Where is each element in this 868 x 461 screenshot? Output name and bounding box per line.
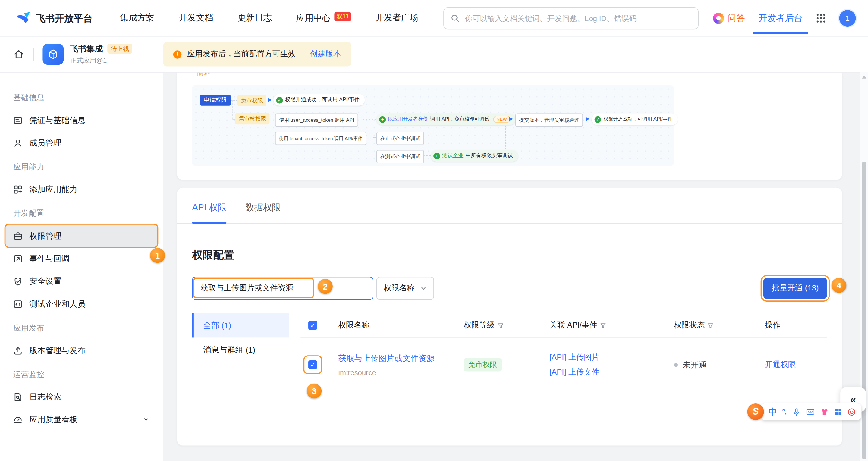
sidebar-item-label: 安全设置 [29,276,61,286]
permission-controls: 权限名称 批量开通 (13) [192,277,827,300]
flow-success-node: ✓ 权限开通成功，可调用 API/事件 [273,94,364,106]
filter-field-dropdown[interactable]: 权限名称 [376,277,434,300]
category-message-group[interactable]: 消息与群组 (1) [192,337,289,362]
api-link-upload-file[interactable]: [API] 上传文件 [550,367,599,377]
plus-icon: + [379,116,386,123]
warning-text: 应用发布后，当前配置方可生效 [187,49,296,59]
permission-scope: im:resource [338,368,376,377]
sidebar-item-test-org[interactable]: 测试企业和人员 [5,293,157,315]
warning-icon: ! [173,50,182,58]
scrollbar-thumb[interactable] [862,161,867,459]
double11-badge: 双11 [335,12,351,21]
open-permission-link[interactable]: 开通权限 [765,360,796,370]
api-link-upload-image[interactable]: [API] 上传图片 [550,352,599,362]
dev-console-link[interactable]: 开发者后台 [758,12,803,24]
navbar-right: 问答 开发者后台 1 [713,10,856,27]
global-search-input[interactable] [464,13,691,23]
nav-integration[interactable]: 集成方案 [120,12,155,24]
ime-mic-icon[interactable] [792,408,801,416]
sidebar-item-label: 权限管理 [29,230,61,241]
section-ops-monitor: 运营监控 [5,362,157,385]
check-icon: ✓ [276,97,283,103]
app-meta: 飞书集成 待上线 正式应用@1 [70,43,132,65]
new-badge: NEW [493,116,510,123]
app-header: 飞书集成 待上线 正式应用@1 ! 应用发布后，当前配置方可生效 创建版本 [0,36,868,72]
dev-identity-link[interactable]: 以应用开发者身份 [388,116,428,123]
qa-icon [713,13,724,24]
permission-flow-card: 概述 申请权限 免审权限 ▶ ✓ 权限开通成功，可调用 API/事件 [177,72,842,180]
permission-search-box[interactable] [192,277,373,300]
global-search-box[interactable] [443,7,699,29]
nav-dev-plaza[interactable]: 开发者广场 [375,12,418,24]
sidebar-item-credentials[interactable]: 凭证与基础信息 [5,109,157,131]
ime-skin-icon[interactable] [820,408,829,416]
permission-search-input[interactable] [199,283,366,293]
permission-name-link[interactable]: 获取与上传图片或文件资源 [338,353,435,363]
status-text: 未开通 [683,360,707,370]
tab-data-permissions[interactable]: 数据权限 [245,202,281,223]
section-basic-info: 基础信息 [5,85,157,109]
row-checkbox[interactable] [308,360,317,369]
col-status: 权限状态 [674,320,705,330]
sidebar-item-version-release[interactable]: 版本管理与发布 [5,339,157,361]
permission-flow-diagram: 申请权限 免审权限 ▶ ✓ 权限开通成功，可调用 API/事件 需审核权限 使用… [192,85,674,166]
flow-connector [423,155,431,156]
col-action: 操作 [765,320,780,330]
flow-success-label: 权限开通成功，可调用 API/事件 [285,96,360,104]
filter-icon[interactable] [708,322,714,329]
sidebar-item-label: 凭证与基础信息 [29,115,85,125]
apps-grid-icon[interactable] [816,13,826,23]
category-all[interactable]: 全部 (1) [192,313,289,338]
ime-emoji-icon[interactable] [847,408,856,416]
flow-user-token-node: 使用 user_access_token 调用 API [275,114,358,127]
ime-keyboard-icon[interactable] [806,407,815,416]
shield-icon [13,276,23,286]
sidebar-item-events[interactable]: 事件与回调 [5,247,157,269]
nav-changelog[interactable]: 更新日志 [238,12,272,24]
chevron-down-icon [143,416,150,423]
sidebar: 基础信息 凭证与基础信息 成员管理 应用能力 添加应用能力 开发配置 [0,72,163,461]
ime-toolbox-icon[interactable] [834,408,842,416]
sidebar-item-label: 版本管理与发布 [29,345,85,356]
create-version-link[interactable]: 创建版本 [310,49,341,59]
flow-arrow-icon: ▶ [509,116,513,121]
category-list: 全部 (1) 消息与群组 (1) [192,313,289,391]
col-name: 权限名称 [338,320,370,330]
annotation-marker-4: 4 [832,278,846,293]
filter-icon[interactable] [600,322,606,329]
avatar[interactable]: 1 [839,10,856,27]
main-content: 概述 申请权限 免审权限 ▶ ✓ 权限开通成功，可调用 API/事件 [152,72,860,461]
sidebar-item-permissions[interactable]: 权限管理 [5,225,157,247]
plus-icon: + [433,152,440,159]
sidebar-item-members[interactable]: 成员管理 [5,132,157,154]
sidebar-item-add-capability[interactable]: 添加应用能力 [5,178,157,200]
sidebar-item-quality-board[interactable]: 应用质量看板 [5,408,157,431]
level-badge: 免审权限 [464,358,501,371]
sidebar-item-security[interactable]: 安全设置 [5,270,157,292]
sidebar-item-label: 日志检索 [29,391,61,402]
filter-icon[interactable] [498,322,504,329]
flow-connector [373,137,376,138]
ime-mode-chinese[interactable]: 中 [768,406,777,417]
qa-link[interactable]: 问答 [713,12,745,24]
flow-test-exempt-node: + 测试企业中所有权限免审调试 [431,150,518,162]
nav-app-center[interactable]: 应用中心 双11 [296,12,351,24]
ime-punctuation-icon[interactable]: °, [782,408,786,416]
tab-api-permissions[interactable]: API 权限 [192,202,226,223]
feishu-logo[interactable]: 飞书开放平台 [16,10,92,26]
sogou-logo-icon[interactable]: S [747,403,764,420]
scrollbar-up-arrow[interactable] [862,75,867,79]
annotation-marker-2: 2 [318,279,333,294]
batch-open-button[interactable]: 批量开通 (13) [764,278,827,299]
permission-table: 权限名称 权限等级 关联 API/事件 权限状态 [301,313,827,391]
divider [33,48,34,61]
app-subtitle: 正式应用@1 [70,56,132,65]
clipped-doc-link[interactable]: 概述 [196,72,211,78]
nav-docs[interactable]: 开发文档 [179,12,213,24]
permissions-icon [13,231,23,241]
permission-config-card: API 权限 数据权限 权限配置 权限名称 批量开通 (13) [177,188,842,445]
home-icon[interactable] [13,49,24,60]
sidebar-item-label: 测试企业和人员 [29,299,85,309]
select-all-checkbox[interactable] [308,321,317,330]
sidebar-item-log-search[interactable]: 日志检索 [5,386,157,408]
